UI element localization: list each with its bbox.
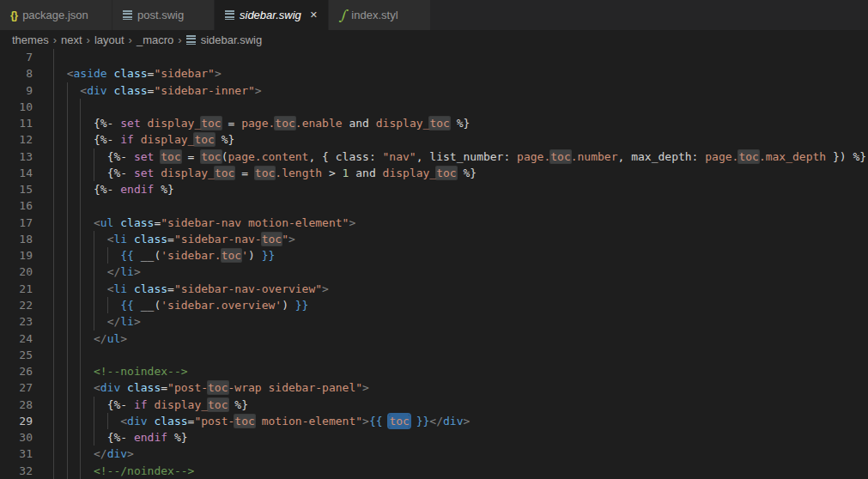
indent-guide (53, 49, 54, 65)
line-number[interactable]: 9 (0, 82, 33, 99)
code-line[interactable]: 27 <div class="post-toc-wrap sidebar-pan… (0, 379, 868, 396)
code-text: <!--noindex--> (53, 363, 188, 379)
code-editor: 78 <aside class="sidebar">9 <div class="… (0, 49, 868, 479)
code-line[interactable]: 9 <div class="sidebar-inner"> (0, 82, 868, 99)
line-number[interactable]: 11 (0, 115, 33, 131)
breadcrumb-file[interactable]: sidebar.swig (186, 33, 263, 46)
line-number[interactable]: 12 (0, 131, 33, 148)
code-line[interactable]: 23 </li> (0, 313, 868, 330)
code-text: {%- if display_toc %} (53, 397, 248, 413)
breadcrumb-file-label: sidebar.swig (201, 33, 263, 46)
tab-bar: {}package.jsonpost.swigsidebar.swig✕∫ind… (0, 0, 868, 30)
indent-guide (53, 347, 54, 363)
line-number[interactable]: 17 (0, 215, 33, 231)
file-lines-icon (186, 35, 196, 45)
line-number[interactable]: 30 (0, 429, 33, 446)
close-icon[interactable]: ✕ (310, 9, 318, 21)
code-line[interactable]: 28 {%- if display_toc %} (0, 397, 868, 413)
code-text: </li> (53, 313, 141, 330)
line-number[interactable]: 18 (0, 231, 33, 247)
line-number[interactable]: 23 (0, 313, 33, 330)
word-highlight: toc (262, 233, 282, 246)
line-number[interactable]: 25 (0, 347, 33, 363)
code-line[interactable]: 19 {{ __('sidebar.toc') }} (0, 247, 868, 264)
tab-label: sidebar.swig (240, 9, 301, 21)
code-line[interactable]: 8 <aside class="sidebar"> (0, 65, 868, 82)
code-line[interactable]: 15 {%- endif %} (0, 181, 868, 197)
line-number[interactable]: 19 (0, 247, 33, 264)
line-number[interactable]: 15 (0, 181, 33, 197)
tab-package.json[interactable]: {}package.json (0, 0, 112, 30)
word-highlight: toc (208, 381, 228, 394)
word-highlight: toc (194, 133, 214, 146)
tab-label: post.swig (137, 9, 184, 21)
code-line[interactable]: 14 {%- set display_toc = toc.length > 1 … (0, 165, 868, 181)
code-text: {%- endif %} (53, 429, 188, 446)
breadcrumb-item-_macro[interactable]: _macro (137, 33, 173, 46)
code-text: <aside class="sidebar"> (53, 65, 222, 82)
indent-guide (80, 347, 81, 363)
tab-sidebar.swig[interactable]: sidebar.swig✕ (215, 0, 329, 30)
code-line[interactable]: 11 {%- set display_toc = page.toc.enable… (0, 115, 868, 131)
line-number[interactable]: 32 (0, 463, 33, 479)
code-line[interactable]: 18 <li class="sidebar-nav-toc"> (0, 231, 868, 247)
indent-guide (80, 99, 81, 115)
line-number[interactable]: 21 (0, 281, 33, 297)
breadcrumb-item-next[interactable]: next (61, 33, 82, 46)
file-lines-icon (123, 10, 132, 20)
indent-guide (80, 197, 81, 214)
word-highlight: toc (215, 167, 234, 179)
line-number[interactable]: 26 (0, 363, 33, 379)
code-text: <div class="post-toc motion-element">{{ … (53, 413, 470, 429)
code-line[interactable]: 10 (0, 99, 868, 115)
tab-index.styl[interactable]: ∫index.styl (329, 0, 431, 30)
line-number[interactable]: 14 (0, 165, 33, 181)
code-line[interactable]: 32 <!--/noindex--> (0, 463, 868, 479)
line-number[interactable]: 10 (0, 99, 33, 115)
code-line[interactable]: 13 {%- set toc = toc(page.content, { cla… (0, 149, 868, 165)
code-line[interactable]: 22 {{ __('sidebar.overview') }} (0, 297, 868, 313)
line-number[interactable]: 13 (0, 149, 33, 165)
chevron-right-icon: › (87, 33, 90, 46)
code-text: <div class="post-toc-wrap sidebar-panel"… (53, 379, 369, 396)
line-number[interactable]: 20 (0, 264, 33, 280)
word-highlight: toc (208, 398, 228, 411)
word-highlight: toc (550, 150, 570, 163)
code-line[interactable]: 16 (0, 197, 868, 214)
line-number[interactable]: 8 (0, 65, 33, 82)
line-number[interactable]: 16 (0, 197, 33, 214)
breadcrumb: themes›next›layout›_macro›sidebar.swig (0, 30, 868, 49)
code-line[interactable]: 7 (0, 49, 868, 65)
code-line[interactable]: 24 </ul> (0, 330, 868, 347)
word-highlight: toc (222, 249, 241, 262)
tab-post.swig[interactable]: post.swig (112, 0, 215, 30)
line-number[interactable]: 29 (0, 413, 33, 429)
line-number[interactable]: 28 (0, 397, 33, 413)
line-number[interactable]: 7 (0, 49, 33, 65)
code-line[interactable]: 12 {%- if display_toc %} (0, 131, 868, 148)
code-line[interactable]: 20 </li> (0, 264, 868, 280)
word-highlight: toc (234, 415, 254, 427)
code-text: {%- if display_toc %} (53, 131, 234, 148)
code-line[interactable]: 17 <ul class="sidebar-nav motion-element… (0, 215, 868, 231)
line-number[interactable]: 31 (0, 446, 33, 462)
code-text: {{ __('sidebar.toc') }} (53, 247, 275, 264)
line-number[interactable]: 24 (0, 330, 33, 347)
code-text: {%- set display_toc = toc.length > 1 and… (53, 165, 476, 181)
chevron-right-icon: › (178, 33, 181, 46)
word-highlight: toc (738, 150, 758, 163)
json-braces-icon: {} (10, 9, 17, 21)
code-line[interactable]: 29 <div class="post-toc motion-element">… (0, 413, 868, 429)
code-line[interactable]: 21 <li class="sidebar-nav-overview"> (0, 281, 868, 297)
line-number[interactable]: 27 (0, 379, 33, 396)
code-line[interactable]: 26 <!--noindex--> (0, 363, 868, 379)
indent-guide (67, 197, 68, 214)
code-line[interactable]: 30 {%- endif %} (0, 429, 868, 446)
word-highlight: toc (429, 117, 449, 130)
tab-label: index.styl (351, 9, 398, 21)
breadcrumb-item-layout[interactable]: layout (94, 33, 124, 46)
breadcrumb-item-themes[interactable]: themes (12, 33, 49, 46)
line-number[interactable]: 22 (0, 297, 33, 313)
code-line[interactable]: 31 </div> (0, 446, 868, 462)
code-line[interactable]: 25 (0, 347, 868, 363)
